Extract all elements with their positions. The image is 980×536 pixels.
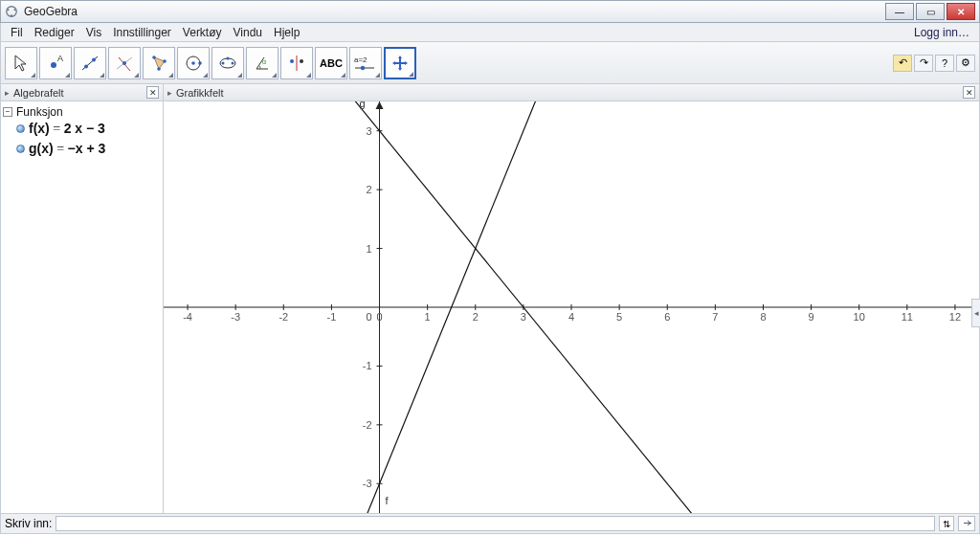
graphics-panel: ▸ Grafikkfelt ✕ -4-3-2-10123456789101112…	[164, 84, 979, 513]
svg-text:-4: -4	[183, 311, 192, 323]
svg-marker-12	[154, 57, 165, 69]
svg-point-26	[300, 59, 303, 63]
algebra-tree: − Funksjon f(x) = 2 x − 3 g(x) = −x + 3	[1, 101, 163, 163]
svg-line-6	[82, 56, 98, 70]
svg-text:2: 2	[473, 311, 479, 323]
maximize-button[interactable]: ▭	[916, 3, 945, 20]
expr-f: f(x) = 2 x − 3	[29, 121, 105, 137]
settings-button[interactable]: ⚙	[956, 55, 975, 72]
algebra-panel-header[interactable]: ▸ Algebrafelt ✕	[1, 84, 163, 101]
svg-text:0: 0	[376, 311, 382, 323]
line-tool[interactable]	[74, 47, 106, 79]
login-link[interactable]: Logg inn…	[908, 24, 975, 41]
redo-button[interactable]: ↷	[914, 55, 933, 72]
svg-text:1: 1	[425, 311, 431, 323]
svg-point-2	[13, 9, 15, 11]
menu-help[interactable]: Hjelp	[268, 24, 305, 41]
svg-text:0: 0	[366, 311, 371, 323]
svg-text:-2: -2	[278, 311, 288, 323]
help-button[interactable]: ?	[935, 55, 954, 72]
svg-text:-2: -2	[363, 419, 372, 431]
text-tool[interactable]: ABC	[315, 47, 347, 79]
svg-text:a=2: a=2	[354, 56, 368, 64]
visibility-dot-icon[interactable]	[16, 124, 25, 133]
algebra-panel-close[interactable]: ✕	[146, 86, 159, 99]
menu-file[interactable]: Fil	[5, 24, 29, 41]
panel-arrow-icon: ▸	[167, 88, 172, 98]
command-input[interactable]	[56, 516, 935, 531]
svg-point-25	[290, 59, 294, 63]
svg-text:2: 2	[366, 184, 371, 195]
input-help-button[interactable]	[958, 516, 975, 531]
menu-window[interactable]: Vindu	[228, 24, 268, 41]
svg-point-8	[92, 57, 96, 61]
reflect-tool[interactable]	[280, 47, 313, 79]
svg-point-14	[163, 59, 167, 63]
svg-point-11	[122, 61, 126, 65]
perpendicular-tool[interactable]	[108, 47, 141, 79]
input-bar: Skriv inn: ⇅	[0, 513, 980, 534]
svg-point-29	[361, 65, 365, 69]
svg-text:8: 8	[760, 311, 766, 323]
svg-point-15	[157, 67, 161, 71]
graphics-panel-header[interactable]: ▸ Grafikkfelt ✕	[164, 84, 979, 101]
svg-text:-1: -1	[327, 311, 337, 323]
svg-text:7: 7	[712, 311, 718, 323]
menu-tools[interactable]: Verktøy	[177, 24, 228, 41]
window-titlebar: GeoGebra — ▭ ✕	[0, 0, 980, 23]
panel-arrow-icon: ▸	[5, 88, 10, 98]
app-icon	[5, 5, 18, 18]
input-spinner[interactable]: ⇅	[939, 516, 954, 531]
tree-item-f[interactable]: f(x) = 2 x − 3	[3, 119, 161, 139]
svg-text:9: 9	[809, 311, 814, 323]
menu-edit[interactable]: Rediger	[29, 24, 80, 41]
tree-collapse-icon[interactable]: −	[3, 107, 12, 117]
svg-text:α: α	[262, 58, 266, 65]
svg-text:10: 10	[854, 311, 865, 323]
graph-area[interactable]: -4-3-2-10123456789101112-3-2-11230fg	[164, 101, 979, 513]
minimize-button[interactable]: —	[885, 3, 914, 20]
svg-text:f: f	[386, 495, 390, 506]
toolbar: A α ABC a=2 ↶ ↷ ? ⚙	[0, 42, 980, 84]
visibility-dot-icon[interactable]	[16, 145, 25, 153]
window-title: GeoGebra	[24, 5, 78, 18]
algebra-panel: ▸ Algebrafelt ✕ − Funksjon f(x) = 2 x − …	[1, 84, 164, 513]
svg-point-21	[232, 61, 234, 64]
input-label: Skriv inn:	[5, 517, 52, 530]
svg-point-22	[227, 56, 230, 59]
menu-settings[interactable]: Innstillinger	[107, 24, 177, 41]
polygon-tool[interactable]	[143, 47, 175, 79]
angle-tool[interactable]: α	[246, 47, 278, 79]
svg-text:-1: -1	[363, 360, 372, 371]
svg-text:11: 11	[902, 311, 913, 323]
move-graphics-tool[interactable]	[384, 47, 416, 79]
ellipse-tool[interactable]	[212, 47, 244, 79]
svg-point-1	[7, 9, 9, 11]
move-tool[interactable]	[5, 47, 37, 79]
svg-text:g: g	[359, 101, 365, 109]
svg-point-17	[191, 61, 195, 65]
svg-text:5: 5	[616, 311, 622, 323]
svg-point-4	[51, 62, 56, 68]
svg-text:A: A	[57, 54, 63, 63]
side-collapse-tab[interactable]: ◂	[971, 299, 980, 327]
svg-text:4: 4	[568, 311, 574, 323]
svg-text:3: 3	[521, 311, 526, 323]
svg-text:3: 3	[366, 125, 371, 137]
undo-button[interactable]: ↶	[893, 55, 912, 72]
svg-point-18	[198, 61, 202, 65]
svg-text:-3: -3	[231, 311, 240, 323]
menu-view[interactable]: Vis	[80, 24, 107, 41]
close-button[interactable]: ✕	[947, 3, 975, 20]
point-tool[interactable]: A	[39, 47, 72, 79]
svg-text:12: 12	[949, 311, 961, 323]
graphics-panel-title: Grafikkfelt	[176, 87, 224, 99]
tree-item-g[interactable]: g(x) = −x + 3	[3, 139, 161, 159]
tree-group-label: Funksjon	[16, 105, 63, 119]
circle-tool[interactable]	[177, 47, 210, 79]
algebra-panel-title: Algebrafelt	[13, 87, 64, 99]
graphics-panel-close[interactable]: ✕	[963, 86, 975, 99]
slider-tool[interactable]: a=2	[349, 47, 382, 79]
svg-point-20	[222, 61, 225, 64]
tree-group[interactable]: − Funksjon	[3, 105, 161, 119]
